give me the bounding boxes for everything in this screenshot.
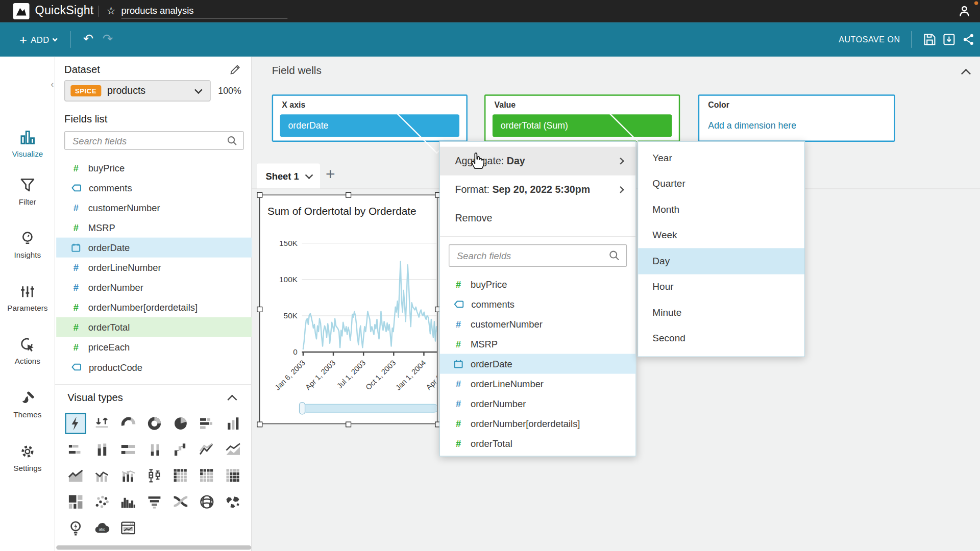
chevron-up-icon[interactable] xyxy=(227,395,237,405)
field-item[interactable]: #orderLineNumber xyxy=(440,374,635,394)
visual-type-area-line[interactable] xyxy=(223,439,244,460)
value-field-pill[interactable]: orderTotal (Sum) xyxy=(493,114,672,137)
line-chart-visual[interactable]: Sum of Ordertotal by Orderdate 150K100K5… xyxy=(259,195,437,424)
field-item[interactable]: #orderNumber xyxy=(440,394,635,414)
field-item[interactable]: #buyPrice xyxy=(440,274,635,294)
visual-type-treemap[interactable] xyxy=(65,491,86,512)
visual-type-funnel[interactable] xyxy=(144,491,165,512)
submenu-item-minute[interactable]: Minute xyxy=(638,300,804,326)
dataset-dropdown[interactable]: SPICE products xyxy=(64,80,211,101)
field-item-selected[interactable]: orderDate xyxy=(440,354,635,374)
field-item[interactable]: #orderNumber[orderdetails] xyxy=(56,297,252,317)
resize-handle-w[interactable] xyxy=(257,307,262,312)
submenu-item-quarter[interactable]: Quarter xyxy=(638,171,804,197)
field-item[interactable]: #orderTotal xyxy=(440,434,635,454)
add-sheet-button[interactable]: + xyxy=(326,165,335,184)
chart-range-slider-handle[interactable] xyxy=(300,403,305,414)
sidebar-item-filter[interactable]: Filter xyxy=(0,177,55,206)
user-account-icon[interactable] xyxy=(957,4,972,18)
resize-handle-n[interactable] xyxy=(346,192,351,197)
sidebar-item-actions[interactable]: Actions xyxy=(0,336,55,365)
submenu-item-year[interactable]: Year xyxy=(638,145,804,171)
edit-pencil-icon[interactable] xyxy=(229,62,242,76)
add-button[interactable]: + ADD xyxy=(19,32,57,47)
visual-type-heatmap[interactable] xyxy=(170,465,191,486)
undo-button[interactable]: ↶ xyxy=(83,31,94,46)
field-item[interactable]: productCode xyxy=(56,357,252,377)
horizontal-scrollbar[interactable] xyxy=(56,545,251,550)
visual-type-vertical-bar-pair[interactable] xyxy=(144,439,165,460)
field-item-selected[interactable]: orderDate xyxy=(56,238,252,258)
share-icon[interactable] xyxy=(962,33,975,46)
value-well[interactable]: Value orderTotal (Sum) xyxy=(484,94,680,142)
field-item[interactable]: #orderLineNumber xyxy=(56,258,252,278)
field-item[interactable]: #MSRP xyxy=(56,218,252,238)
fields-search-input[interactable] xyxy=(65,132,227,149)
quicksight-logo-icon[interactable] xyxy=(13,3,30,19)
autosave-status[interactable]: AUTOSAVE ON xyxy=(839,35,900,44)
field-item[interactable]: #priceEach xyxy=(56,337,252,357)
field-item[interactable]: #customerNumber xyxy=(56,198,252,218)
sidebar-item-visualize[interactable]: Visualize xyxy=(0,130,55,159)
add-dimension-link[interactable]: Add a dimension here xyxy=(708,120,796,131)
visual-type-vertical-stacked-bar[interactable] xyxy=(91,439,113,460)
field-item[interactable]: #orderNumber xyxy=(56,278,252,297)
visual-type-horizontal-stacked-100-bar[interactable] xyxy=(117,439,139,460)
visual-type-stacked-combo[interactable] xyxy=(117,465,139,486)
visual-type-vertical-bar[interactable] xyxy=(223,413,244,434)
visual-type-combo-bar-line[interactable] xyxy=(91,465,113,486)
field-item[interactable]: #buyPrice xyxy=(56,158,252,178)
x-axis-field-pill[interactable]: orderDate xyxy=(280,114,459,137)
submenu-item-hour[interactable]: Hour xyxy=(638,274,804,300)
field-item-selected[interactable]: #orderTotal xyxy=(56,317,252,337)
sidebar-item-parameters[interactable]: Parameters xyxy=(0,284,55,313)
submenu-item-day-selected[interactable]: Day xyxy=(638,248,804,274)
sidebar-item-insights[interactable]: Insights xyxy=(0,230,55,259)
resize-handle-sw[interactable] xyxy=(257,421,262,427)
resize-handle-nw[interactable] xyxy=(257,192,262,197)
x-axis-well[interactable]: X axis orderDate xyxy=(272,94,468,142)
tab-sheet-1[interactable]: Sheet 1 xyxy=(257,164,320,189)
export-icon[interactable] xyxy=(943,33,956,46)
visual-type-gauge[interactable] xyxy=(117,413,139,434)
visual-type-custom-visual[interactable] xyxy=(117,517,139,538)
submenu-item-second[interactable]: Second xyxy=(638,325,804,352)
menu-search-input[interactable] xyxy=(449,245,608,266)
visual-type-pie[interactable] xyxy=(170,413,191,434)
analysis-title[interactable]: products analysis xyxy=(121,5,288,19)
submenu-item-week[interactable]: Week xyxy=(638,222,804,248)
visual-type-pivot-table[interactable] xyxy=(196,465,217,486)
visual-type-sankey[interactable] xyxy=(170,491,191,512)
visual-type-donut[interactable] xyxy=(144,413,165,434)
redo-button[interactable]: ↷ xyxy=(103,31,113,46)
resize-handle-s[interactable] xyxy=(346,421,351,427)
visual-type-table[interactable] xyxy=(223,465,244,486)
sidebar-item-settings[interactable]: Settings xyxy=(0,443,55,472)
collapse-field-wells-icon[interactable] xyxy=(961,69,971,79)
save-icon[interactable] xyxy=(923,33,937,46)
visual-type-auto-graph[interactable] xyxy=(65,413,86,434)
visual-type-word-cloud[interactable]: abc xyxy=(91,517,113,538)
visual-type-kpi[interactable] xyxy=(91,413,113,434)
field-item[interactable]: #MSRP xyxy=(440,334,635,354)
color-well[interactable]: Color Add a dimension here xyxy=(698,94,895,142)
visual-type-box-plot[interactable] xyxy=(144,465,165,486)
visual-type-horizontal-bar[interactable] xyxy=(65,439,86,460)
visual-type-histogram[interactable] xyxy=(117,491,139,512)
field-item[interactable]: #orderNumber[orderdetails] xyxy=(440,414,635,434)
field-item[interactable]: comments xyxy=(440,294,635,314)
visual-type-area[interactable] xyxy=(65,465,86,486)
visual-type-geo-map[interactable] xyxy=(223,491,244,512)
field-item[interactable]: #customerNumber xyxy=(440,314,635,334)
visual-type-horizontal-stacked-bar[interactable] xyxy=(196,413,217,434)
visual-type-waterfall[interactable] xyxy=(170,439,191,460)
submenu-item-month[interactable]: Month xyxy=(638,196,804,222)
chart-date-range-slider[interactable] xyxy=(302,404,437,412)
menu-item-remove[interactable]: Remove xyxy=(440,204,635,233)
field-item[interactable]: comments xyxy=(56,178,252,198)
visual-type-radar[interactable] xyxy=(196,491,217,512)
visual-type-insight[interactable] xyxy=(65,517,86,538)
menu-item-format[interactable]: Format: Sep 20, 2022 5:30pm xyxy=(440,176,635,204)
visual-type-line[interactable] xyxy=(196,439,217,460)
visual-type-scatter[interactable] xyxy=(91,491,113,512)
